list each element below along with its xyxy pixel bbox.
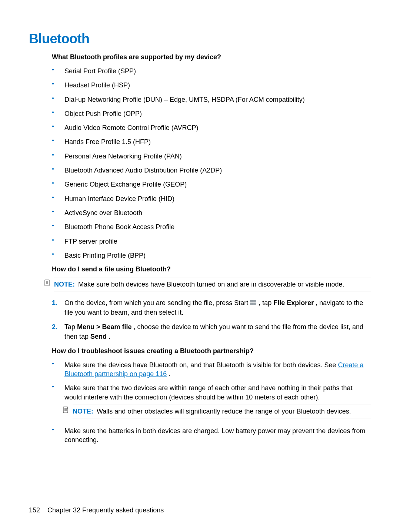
item-text: Make sure the devices have Bluetooth on,… <box>64 361 338 369</box>
list-item: Audio Video Remote Control Profile (AVRC… <box>52 121 371 135</box>
list-item: Hands Free Profile 1.5 (HFP) <box>52 135 371 149</box>
list-item: Bluetooth Phone Book Access Profile <box>52 220 371 234</box>
svg-rect-5 <box>253 300 256 302</box>
note-box: NOTE: Walls and other obstacles will sig… <box>73 405 371 418</box>
item-text: . <box>169 370 170 378</box>
list-item: Personal Area Networking Profile (PAN) <box>52 149 371 163</box>
list-item: Serial Port Profile (SPP) <box>52 64 371 78</box>
svg-rect-7 <box>253 303 256 305</box>
steps-container: On the device, from which you are sendin… <box>52 296 371 447</box>
page-footer: 152 Chapter 32 Frequently asked question… <box>29 506 164 514</box>
question-3-heading: How do I troubleshoot issues creating a … <box>52 347 371 355</box>
page-container: Bluetooth What Bluetooth profiles are su… <box>0 0 400 532</box>
windows-start-icon <box>250 298 257 304</box>
note-icon <box>62 406 70 414</box>
step-text: . <box>109 333 110 340</box>
list-item: Generic Object Exchange Profile (GEOP) <box>52 177 371 191</box>
note-text: Make sure both devices have Bluetooth tu… <box>78 281 344 288</box>
step-2: Tap Menu > Beam file , choose the device… <box>52 320 371 344</box>
list-item: FTP server profile <box>52 234 371 248</box>
ui-label-file-explorer: File Explorer <box>273 299 314 307</box>
content-body: What Bluetooth profiles are supported by… <box>52 53 371 273</box>
svg-rect-8 <box>63 407 68 413</box>
ui-label-menu-beam: Menu > Beam file <box>77 323 132 331</box>
svg-rect-6 <box>250 303 253 305</box>
profiles-list: Serial Port Profile (SPP) Headset Profil… <box>52 64 371 262</box>
list-item: Make sure the batteries in both devices … <box>52 424 371 447</box>
question-2-heading: How do I send a file using Bluetooth? <box>52 265 371 273</box>
steps-list: On the device, from which you are sendin… <box>52 296 371 343</box>
list-item: Headset Profile (HSP) <box>52 78 371 92</box>
step-text: On the device, from which you are sendin… <box>64 299 250 307</box>
note-icon <box>44 279 51 287</box>
list-item: Object Push Profile (OPP) <box>52 107 371 121</box>
question-1-heading: What Bluetooth profiles are supported by… <box>52 53 371 61</box>
svg-rect-4 <box>250 300 253 302</box>
troubleshoot-list: Make sure the devices have Bluetooth on,… <box>52 358 371 447</box>
svg-rect-0 <box>45 280 49 286</box>
ui-label-send: Send <box>90 333 107 340</box>
step-1: On the device, from which you are sendin… <box>52 296 371 319</box>
list-item: ActiveSync over Bluetooth <box>52 206 371 220</box>
note-box: NOTE: Make sure both devices have Blueto… <box>54 278 371 291</box>
page-number: 152 <box>29 506 40 514</box>
list-item: Dial-up Networking Profile (DUN) – Edge,… <box>52 93 371 107</box>
chapter-label: Chapter 32 Frequently asked questions <box>47 506 164 514</box>
note-text: Walls and other obstacles will significa… <box>97 408 351 415</box>
step-text: Tap <box>64 323 77 331</box>
list-item: Make sure the devices have Bluetooth on,… <box>52 358 371 381</box>
note-callout: NOTE: Make sure both devices have Blueto… <box>44 278 371 291</box>
list-item: Basic Printing Profile (BPP) <box>52 248 371 262</box>
note-callout-nested: NOTE: Walls and other obstacles will sig… <box>62 405 371 418</box>
note-label: NOTE: <box>54 281 76 288</box>
section-title: Bluetooth <box>29 31 371 47</box>
item-text: Make sure that the two devices are withi… <box>64 384 352 401</box>
list-item: Human Interface Device Profile (HID) <box>52 192 371 206</box>
list-item: Bluetooth Advanced Audio Distribution Pr… <box>52 163 371 177</box>
step-text: , tap <box>259 299 273 307</box>
note-label: NOTE: <box>73 408 95 415</box>
list-item: Make sure that the two devices are withi… <box>52 381 371 424</box>
